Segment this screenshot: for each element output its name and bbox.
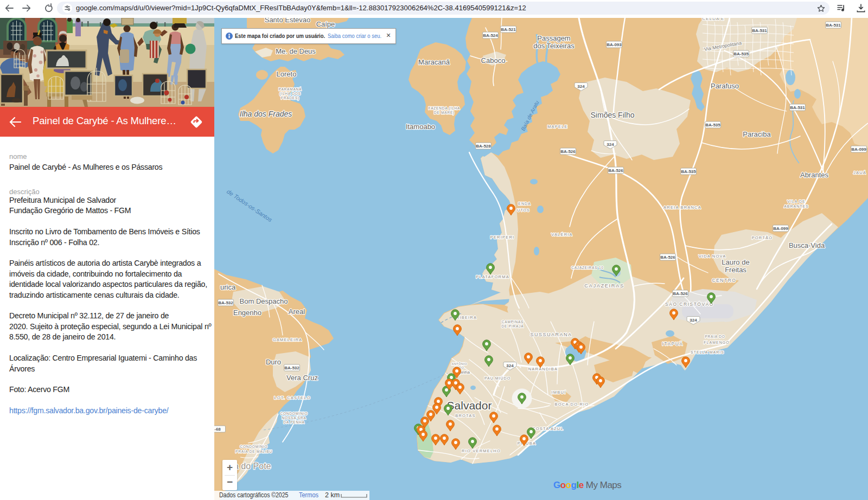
- svg-text:BA-532: BA-532: [218, 300, 233, 305]
- svg-text:BA-099: BA-099: [851, 147, 866, 152]
- svg-text:BA-524: BA-524: [483, 33, 498, 38]
- svg-text:CONDOMÍNIO: CONDOMÍNIO: [240, 444, 268, 448]
- svg-text:(ILHA DOS: (ILHA DOS: [279, 92, 301, 96]
- svg-text:BOCA DO RIO: BOCA DO RIO: [555, 402, 589, 407]
- svg-text:RIBEIRA: RIBEIRA: [456, 315, 477, 320]
- svg-text:Caboco: Caboco: [481, 56, 506, 65]
- svg-text:BA-526: BA-526: [673, 291, 688, 296]
- svg-text:BROTAS: BROTAS: [455, 413, 475, 418]
- svg-text:Vera Cruz: Vera Cruz: [286, 374, 318, 382]
- svg-text:BA-532: BA-532: [284, 366, 299, 370]
- svg-text:PAU MIÚDO: PAU MIÚDO: [484, 376, 510, 380]
- svg-text:324: 324: [607, 142, 614, 147]
- svg-text:Me. de Deus: Me. de Deus: [276, 47, 316, 55]
- svg-text:Lauro de: Lauro de: [722, 258, 749, 266]
- svg-text:BA-521: BA-521: [501, 27, 516, 32]
- svg-text:BA-535: BA-535: [705, 123, 720, 127]
- svg-text:Duro: Duro: [266, 358, 281, 366]
- svg-text:Itamoabo: Itamoabo: [406, 123, 435, 131]
- svg-text:-68: -68: [214, 427, 221, 432]
- svg-text:VALÉRIA: VALÉRIA: [551, 232, 573, 237]
- svg-text:ITAPUÃ: ITAPUÃ: [662, 341, 683, 347]
- svg-text:Caípe: Caípe: [316, 20, 335, 28]
- svg-text:Salvador: Salvador: [447, 399, 492, 412]
- svg-text:Engenho: Engenho: [233, 309, 261, 317]
- svg-text:SUSSUARANA: SUSSUARANA: [530, 332, 572, 337]
- svg-text:324: 324: [690, 318, 697, 323]
- svg-text:LOT. CASTELO: LOT. CASTELO: [274, 395, 310, 400]
- svg-text:BA-099: BA-099: [773, 226, 788, 231]
- svg-text:Simões Filho: Simões Filho: [591, 111, 635, 119]
- svg-text:SÃO CRISTÓVÃO: SÃO CRISTÓVÃO: [665, 302, 714, 307]
- svg-text:Loreto: Loreto: [277, 70, 297, 78]
- svg-text:324: 324: [577, 84, 585, 89]
- svg-text:Areal: Areal: [289, 307, 305, 316]
- svg-text:VILA DE: VILA DE: [787, 200, 805, 203]
- svg-text:dos Teixeiras: dos Teixeiras: [533, 42, 575, 50]
- svg-text:BA-526: BA-526: [608, 168, 623, 173]
- svg-text:Santo Estevão: Santo Estevão: [265, 18, 311, 24]
- svg-text:GAMELEIRA: GAMELEIRA: [273, 337, 303, 342]
- svg-text:JAUÁ: JAUÁ: [853, 170, 866, 175]
- svg-text:Busca-Vida: Busca-Vida: [789, 241, 825, 249]
- svg-text:Parafuso: Parafuso: [711, 82, 739, 90]
- svg-text:BA-531: BA-531: [752, 28, 767, 33]
- svg-text:PLATAFORMA: PLATAFORMA: [476, 274, 509, 279]
- svg-text:FAZENDA (ILHA: FAZENDA (ILHA: [429, 106, 460, 111]
- svg-text:PERIPERI: PERIPERI: [490, 235, 515, 240]
- svg-text:UTOS: UTOS: [517, 208, 529, 212]
- svg-text:BA-526: BA-526: [660, 255, 675, 260]
- svg-text:Bom Despacho: Bom Despacho: [240, 297, 288, 305]
- svg-text:NARANDIBA: NARANDIBA: [528, 367, 558, 371]
- svg-text:CAJAZEIRAS: CAJAZEIRAS: [584, 283, 624, 289]
- svg-text:DE PIRAJÁ: DE PIRAJÁ: [502, 324, 524, 328]
- svg-text:urica: urica: [220, 283, 236, 291]
- svg-text:AREIA BRANCA: AREIA BRANCA: [663, 205, 701, 210]
- svg-text:Freitas: Freitas: [725, 266, 746, 274]
- svg-text:PORTÃO: PORTÃO: [752, 235, 773, 240]
- svg-text:FLAMENGO: FLAMENGO: [704, 341, 729, 344]
- svg-text:BA-535: BA-535: [733, 52, 749, 56]
- svg-text:CONDOMINIO: CONDOMINIO: [280, 412, 308, 415]
- svg-text:CAMPINAS: CAMPINAS: [502, 320, 524, 324]
- svg-text:Abrantes: Abrantes: [800, 171, 829, 179]
- svg-text:Paraciba: Paraciba: [743, 130, 771, 138]
- svg-text:FRADES): FRADES): [281, 96, 299, 100]
- svg-text:BA-531: BA-531: [826, 23, 841, 28]
- svg-text:ABRANTES: ABRANTES: [784, 204, 809, 208]
- svg-text:ANTÔNIO: ANTÔNIO: [452, 362, 468, 366]
- svg-text:IMBUÍ: IMBUÍ: [552, 390, 566, 395]
- svg-text:MAPELE: MAPELE: [547, 124, 568, 129]
- svg-text:BA-535: BA-535: [681, 169, 696, 174]
- svg-text:DE MARÉ): DE MARÉ): [434, 110, 455, 115]
- svg-text:DA PENHA: DA PENHA: [283, 420, 304, 424]
- svg-text:BA-093: BA-093: [607, 42, 622, 47]
- svg-text:PARAMANÁ: PARAMANÁ: [279, 87, 302, 91]
- svg-text:BA-531: BA-531: [790, 105, 805, 110]
- svg-text:PRAIA DE MALIBU: PRAIA DE MALIBU: [235, 450, 272, 453]
- svg-text:CELDA E: CELDA E: [703, 18, 725, 21]
- svg-text:ENDA: ENDA: [518, 202, 531, 206]
- svg-text:NOSSA SRA: NOSSA SRA: [282, 416, 307, 420]
- svg-text:CAJAZEIRAS 10: CAJAZEIRAS 10: [571, 266, 604, 270]
- svg-text:CENTRO: CENTRO: [712, 278, 737, 283]
- svg-text:RIO VERMELHO: RIO VERMELHO: [462, 448, 501, 453]
- svg-text:a do Pote: a do Pote: [234, 461, 271, 471]
- svg-text:Ilha dos Frades: Ilha dos Frades: [240, 110, 292, 118]
- svg-text:324: 324: [506, 363, 514, 368]
- svg-text:STELLA MARIS: STELLA MARIS: [691, 350, 724, 354]
- svg-text:COSTA AZUL: COSTA AZUL: [532, 426, 564, 431]
- svg-text:Passagem: Passagem: [537, 34, 570, 42]
- svg-text:PRAIA DO: PRAIA DO: [705, 335, 725, 338]
- svg-text:BA-528: BA-528: [476, 144, 491, 149]
- svg-text:BA-526: BA-526: [560, 149, 576, 154]
- svg-text:Maracanã: Maracanã: [418, 58, 450, 66]
